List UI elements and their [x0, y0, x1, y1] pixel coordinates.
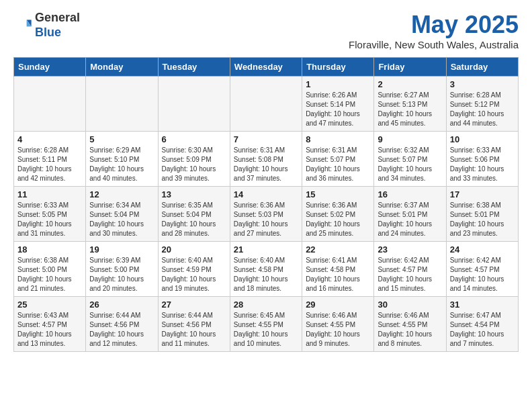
day-info: Sunrise: 6:35 AM Sunset: 5:04 PM Dayligh… [162, 201, 226, 238]
day-cell: 9Sunrise: 6:32 AM Sunset: 5:07 PM Daylig… [374, 132, 446, 187]
logo-icon [13, 16, 32, 35]
day-number: 1 [306, 79, 370, 89]
day-number: 10 [450, 134, 515, 144]
day-info: Sunrise: 6:36 AM Sunset: 5:03 PM Dayligh… [234, 201, 298, 238]
day-cell: 29Sunrise: 6:46 AM Sunset: 4:55 PM Dayli… [302, 297, 374, 352]
day-number: 9 [378, 134, 442, 144]
day-cell: 16Sunrise: 6:37 AM Sunset: 5:01 PM Dayli… [374, 187, 446, 242]
day-number: 21 [234, 244, 298, 255]
day-number: 22 [306, 244, 370, 255]
day-header-sunday: Sunday [14, 58, 86, 77]
day-cell: 27Sunrise: 6:44 AM Sunset: 4:56 PM Dayli… [158, 297, 230, 352]
day-number: 29 [306, 300, 370, 310]
day-cell [230, 77, 302, 132]
day-number: 19 [89, 244, 154, 255]
week-row-1: 4Sunrise: 6:28 AM Sunset: 5:11 PM Daylig… [14, 132, 519, 187]
day-info: Sunrise: 6:38 AM Sunset: 5:00 PM Dayligh… [17, 256, 82, 293]
day-cell [86, 77, 158, 132]
day-cell: 10Sunrise: 6:33 AM Sunset: 5:06 PM Dayli… [446, 132, 518, 187]
day-info: Sunrise: 6:30 AM Sunset: 5:09 PM Dayligh… [162, 146, 226, 183]
day-number: 11 [17, 189, 82, 199]
day-info: Sunrise: 6:41 AM Sunset: 4:58 PM Dayligh… [306, 256, 370, 293]
day-cell: 13Sunrise: 6:35 AM Sunset: 5:04 PM Dayli… [158, 187, 230, 242]
day-info: Sunrise: 6:36 AM Sunset: 5:02 PM Dayligh… [306, 201, 370, 238]
day-info: Sunrise: 6:40 AM Sunset: 4:59 PM Dayligh… [162, 256, 226, 293]
day-cell: 17Sunrise: 6:38 AM Sunset: 5:01 PM Dayli… [446, 187, 518, 242]
day-number: 30 [378, 300, 442, 310]
day-number: 24 [450, 244, 515, 255]
day-header-thursday: Thursday [302, 58, 374, 77]
day-info: Sunrise: 6:46 AM Sunset: 4:55 PM Dayligh… [378, 311, 442, 349]
day-number: 25 [17, 300, 82, 310]
day-header-tuesday: Tuesday [158, 58, 230, 77]
day-number: 16 [378, 189, 442, 199]
day-info: Sunrise: 6:26 AM Sunset: 5:14 PM Dayligh… [306, 91, 370, 128]
days-of-week-row: SundayMondayTuesdayWednesdayThursdayFrid… [14, 58, 519, 77]
day-number: 23 [378, 244, 442, 255]
day-cell: 24Sunrise: 6:42 AM Sunset: 4:57 PM Dayli… [446, 242, 518, 297]
calendar-table: SundayMondayTuesdayWednesdayThursdayFrid… [13, 57, 519, 352]
location: Floraville, New South Wales, Australia [349, 39, 519, 50]
day-info: Sunrise: 6:34 AM Sunset: 5:04 PM Dayligh… [89, 201, 154, 238]
day-cell: 21Sunrise: 6:40 AM Sunset: 4:58 PM Dayli… [230, 242, 302, 297]
day-number: 3 [450, 79, 515, 89]
day-info: Sunrise: 6:31 AM Sunset: 5:08 PM Dayligh… [234, 146, 298, 183]
day-info: Sunrise: 6:42 AM Sunset: 4:57 PM Dayligh… [378, 256, 442, 293]
logo: General Blue [13, 11, 80, 40]
day-number: 8 [306, 134, 370, 144]
week-row-2: 11Sunrise: 6:33 AM Sunset: 5:05 PM Dayli… [14, 187, 519, 242]
logo-text: General Blue [35, 11, 80, 40]
day-header-wednesday: Wednesday [230, 58, 302, 77]
logo-blue-text: Blue [35, 26, 61, 39]
day-header-friday: Friday [374, 58, 446, 77]
day-number: 20 [162, 244, 226, 255]
day-cell: 18Sunrise: 6:38 AM Sunset: 5:00 PM Dayli… [14, 242, 86, 297]
week-row-0: 1Sunrise: 6:26 AM Sunset: 5:14 PM Daylig… [14, 77, 519, 132]
day-number: 15 [306, 189, 370, 199]
day-number: 31 [450, 300, 515, 310]
day-info: Sunrise: 6:39 AM Sunset: 5:00 PM Dayligh… [89, 256, 154, 293]
day-number: 2 [378, 79, 442, 89]
day-cell: 5Sunrise: 6:29 AM Sunset: 5:10 PM Daylig… [86, 132, 158, 187]
day-info: Sunrise: 6:43 AM Sunset: 4:57 PM Dayligh… [17, 311, 82, 349]
day-info: Sunrise: 6:33 AM Sunset: 5:05 PM Dayligh… [17, 201, 82, 238]
day-cell: 7Sunrise: 6:31 AM Sunset: 5:08 PM Daylig… [230, 132, 302, 187]
day-cell: 11Sunrise: 6:33 AM Sunset: 5:05 PM Dayli… [14, 187, 86, 242]
day-info: Sunrise: 6:40 AM Sunset: 4:58 PM Dayligh… [234, 256, 298, 293]
day-number: 7 [234, 134, 298, 144]
day-cell: 19Sunrise: 6:39 AM Sunset: 5:00 PM Dayli… [86, 242, 158, 297]
day-info: Sunrise: 6:33 AM Sunset: 5:06 PM Dayligh… [450, 146, 515, 183]
day-cell: 6Sunrise: 6:30 AM Sunset: 5:09 PM Daylig… [158, 132, 230, 187]
day-cell: 22Sunrise: 6:41 AM Sunset: 4:58 PM Dayli… [302, 242, 374, 297]
day-info: Sunrise: 6:27 AM Sunset: 5:13 PM Dayligh… [378, 91, 442, 128]
day-cell: 30Sunrise: 6:46 AM Sunset: 4:55 PM Dayli… [374, 297, 446, 352]
day-number: 26 [89, 300, 154, 310]
week-row-3: 18Sunrise: 6:38 AM Sunset: 5:00 PM Dayli… [14, 242, 519, 297]
calendar-body: 1Sunrise: 6:26 AM Sunset: 5:14 PM Daylig… [14, 77, 519, 352]
day-cell [158, 77, 230, 132]
day-info: Sunrise: 6:42 AM Sunset: 4:57 PM Dayligh… [450, 256, 515, 293]
day-cell: 26Sunrise: 6:44 AM Sunset: 4:56 PM Dayli… [86, 297, 158, 352]
day-info: Sunrise: 6:28 AM Sunset: 5:12 PM Dayligh… [450, 91, 515, 128]
day-info: Sunrise: 6:29 AM Sunset: 5:10 PM Dayligh… [89, 146, 154, 183]
calendar-header: SundayMondayTuesdayWednesdayThursdayFrid… [14, 58, 519, 77]
day-number: 6 [162, 134, 226, 144]
day-cell: 31Sunrise: 6:47 AM Sunset: 4:54 PM Dayli… [446, 297, 518, 352]
day-cell [14, 77, 86, 132]
day-info: Sunrise: 6:38 AM Sunset: 5:01 PM Dayligh… [450, 201, 515, 238]
day-cell: 1Sunrise: 6:26 AM Sunset: 5:14 PM Daylig… [302, 77, 374, 132]
day-info: Sunrise: 6:45 AM Sunset: 4:55 PM Dayligh… [234, 311, 298, 349]
title-area: May 2025 Floraville, New South Wales, Au… [349, 11, 519, 50]
header: General Blue May 2025 Floraville, New So… [13, 11, 519, 50]
day-info: Sunrise: 6:46 AM Sunset: 4:55 PM Dayligh… [306, 311, 370, 349]
day-number: 28 [234, 300, 298, 310]
day-header-saturday: Saturday [446, 58, 518, 77]
day-info: Sunrise: 6:28 AM Sunset: 5:11 PM Dayligh… [17, 146, 82, 183]
day-info: Sunrise: 6:31 AM Sunset: 5:07 PM Dayligh… [306, 146, 370, 183]
day-cell: 3Sunrise: 6:28 AM Sunset: 5:12 PM Daylig… [446, 77, 518, 132]
day-number: 4 [17, 134, 82, 144]
day-cell: 28Sunrise: 6:45 AM Sunset: 4:55 PM Dayli… [230, 297, 302, 352]
day-cell: 8Sunrise: 6:31 AM Sunset: 5:07 PM Daylig… [302, 132, 374, 187]
month-title: May 2025 [349, 11, 519, 39]
day-number: 27 [162, 300, 226, 310]
